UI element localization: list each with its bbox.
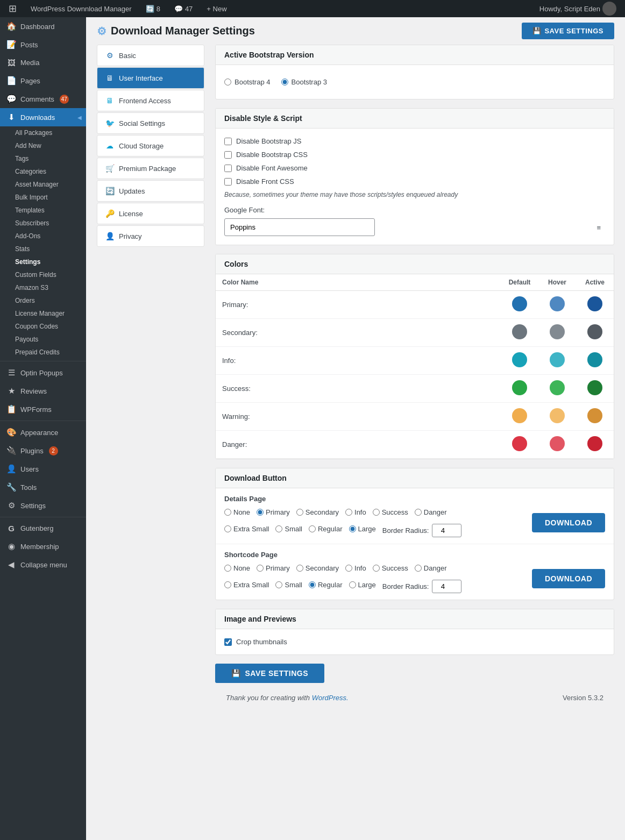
sidebar-item-users[interactable]: 👤 Users bbox=[0, 460, 86, 478]
details-primary[interactable]: Primary bbox=[257, 508, 290, 516]
sidebar-item-gutenberg[interactable]: G Gutenberg bbox=[0, 519, 86, 537]
nav-item-cloud-storage[interactable]: ☁ Cloud Storage bbox=[97, 135, 204, 156]
details-large-radio[interactable] bbox=[349, 525, 356, 532]
sidebar-item-membership[interactable]: ◉ Membership bbox=[0, 537, 86, 556]
sidebar-item-tools[interactable]: 🔧 Tools bbox=[0, 478, 86, 496]
info-active-dot[interactable] bbox=[587, 352, 602, 367]
info-hover-dot[interactable] bbox=[550, 352, 565, 367]
save-settings-button-bottom[interactable]: 💾 SAVE SETTINGS bbox=[215, 664, 324, 683]
submenu-add-ons[interactable]: Add-Ons bbox=[0, 230, 86, 243]
shortcode-large-radio[interactable] bbox=[349, 581, 356, 588]
sidebar-item-posts[interactable]: 📝 Posts bbox=[0, 35, 86, 54]
disable-bs-css-checkbox[interactable] bbox=[224, 151, 232, 159]
shortcode-border-radius-input[interactable] bbox=[432, 580, 461, 593]
secondary-default-dot[interactable] bbox=[512, 324, 527, 339]
nav-item-social-settings[interactable]: 🐦 Social Settings bbox=[97, 112, 204, 134]
sidebar-item-collapse[interactable]: ◀ Collapse menu bbox=[0, 556, 86, 574]
submenu-categories[interactable]: Categories bbox=[0, 165, 86, 178]
adminbar-wp-logo[interactable]: ⊞ bbox=[5, 0, 20, 17]
shortcode-danger-radio[interactable] bbox=[415, 565, 422, 572]
disable-font-awesome-checkbox[interactable] bbox=[224, 165, 232, 172]
disable-front-css-option[interactable]: Disable Front CSS bbox=[224, 177, 605, 186]
danger-active-dot[interactable] bbox=[587, 436, 602, 451]
shortcode-info-radio[interactable] bbox=[345, 565, 352, 572]
primary-hover-dot[interactable] bbox=[550, 296, 565, 311]
nav-item-updates[interactable]: 🔄 Updates bbox=[97, 180, 204, 202]
submenu-tags[interactable]: Tags bbox=[0, 152, 86, 165]
details-none[interactable]: None bbox=[224, 508, 250, 516]
bootstrap3-option[interactable]: Bootstrap 3 bbox=[281, 78, 328, 86]
shortcode-none[interactable]: None bbox=[224, 564, 250, 572]
disable-bs-js-option[interactable]: Disable Bootstrap JS bbox=[224, 137, 605, 145]
adminbar-new[interactable]: + New bbox=[203, 0, 230, 17]
details-secondary-radio[interactable] bbox=[296, 509, 303, 516]
submenu-bulk-import[interactable]: Bulk Import bbox=[0, 191, 86, 204]
sidebar-item-media[interactable]: 🖼 Media bbox=[0, 54, 86, 72]
font-select[interactable]: Poppins Roboto Open Sans bbox=[224, 218, 375, 236]
details-regular-radio[interactable] bbox=[309, 525, 316, 532]
sidebar-item-settings[interactable]: ⚙ Settings bbox=[0, 496, 86, 515]
nav-item-premium-package[interactable]: 🛒 Premium Package bbox=[97, 158, 204, 179]
shortcode-info[interactable]: Info bbox=[345, 564, 366, 572]
submenu-license-manager[interactable]: License Manager bbox=[0, 307, 86, 320]
details-sm-radio[interactable] bbox=[275, 525, 282, 532]
details-primary-radio[interactable] bbox=[257, 509, 264, 516]
nav-item-privacy[interactable]: 👤 Privacy bbox=[97, 225, 204, 247]
sidebar-item-reviews[interactable]: ★ Reviews bbox=[0, 382, 86, 400]
shortcode-success-radio[interactable] bbox=[373, 565, 380, 572]
submenu-settings[interactable]: Settings bbox=[0, 255, 86, 268]
details-secondary[interactable]: Secondary bbox=[296, 508, 339, 516]
shortcode-download-btn[interactable]: DOWNLOAD bbox=[532, 569, 605, 588]
details-xs-radio[interactable] bbox=[224, 525, 231, 532]
shortcode-none-radio[interactable] bbox=[224, 565, 231, 572]
crop-thumbnails-option[interactable]: Crop thumbnails bbox=[224, 638, 605, 646]
danger-hover-dot[interactable] bbox=[550, 436, 565, 451]
details-info-radio[interactable] bbox=[345, 509, 352, 516]
details-regular[interactable]: Regular bbox=[309, 525, 343, 533]
details-success-radio[interactable] bbox=[373, 509, 380, 516]
nav-item-frontend-access[interactable]: 🖥 Frontend Access bbox=[97, 90, 204, 111]
submenu-payouts[interactable]: Payouts bbox=[0, 333, 86, 346]
bootstrap4-radio[interactable] bbox=[224, 79, 231, 86]
submenu-custom-fields[interactable]: Custom Fields bbox=[0, 268, 86, 281]
submenu-orders[interactable]: Orders bbox=[0, 294, 86, 307]
adminbar-site-name[interactable]: WordPress Downnload Manager bbox=[27, 0, 135, 17]
submenu-asset-manager[interactable]: Asset Manager bbox=[0, 178, 86, 191]
details-info[interactable]: Info bbox=[345, 508, 366, 516]
shortcode-extra-small[interactable]: Extra Small bbox=[224, 581, 269, 589]
shortcode-success[interactable]: Success bbox=[373, 564, 408, 572]
danger-default-dot[interactable] bbox=[512, 436, 527, 451]
submenu-stats[interactable]: Stats bbox=[0, 243, 86, 255]
shortcode-primary[interactable]: Primary bbox=[257, 564, 290, 572]
primary-default-dot[interactable] bbox=[512, 296, 527, 311]
shortcode-primary-radio[interactable] bbox=[257, 565, 264, 572]
submenu-add-new[interactable]: Add New bbox=[0, 139, 86, 152]
success-default-dot[interactable] bbox=[512, 380, 527, 395]
sidebar-item-downloads[interactable]: ⬇ Downloads bbox=[0, 108, 86, 126]
details-danger[interactable]: Danger bbox=[415, 508, 447, 516]
shortcode-regular[interactable]: Regular bbox=[309, 581, 343, 589]
adminbar-howdy[interactable]: Howdy, Script Eden bbox=[536, 0, 620, 17]
warning-hover-dot[interactable] bbox=[550, 408, 565, 423]
info-default-dot[interactable] bbox=[512, 352, 527, 367]
warning-active-dot[interactable] bbox=[587, 408, 602, 423]
crop-thumbnails-checkbox[interactable] bbox=[224, 638, 232, 646]
bootstrap3-radio[interactable] bbox=[281, 79, 288, 86]
nav-item-basic[interactable]: ⚙ Basic bbox=[97, 45, 204, 66]
submenu-amazon-s3[interactable]: Amazon S3 bbox=[0, 281, 86, 294]
submenu-all-packages[interactable]: All Packages bbox=[0, 126, 86, 139]
shortcode-danger[interactable]: Danger bbox=[415, 564, 447, 572]
submenu-prepaid-credits[interactable]: Prepaid Credits bbox=[0, 346, 86, 359]
submenu-templates[interactable]: Templates bbox=[0, 204, 86, 217]
shortcode-regular-radio[interactable] bbox=[309, 581, 316, 588]
details-none-radio[interactable] bbox=[224, 509, 231, 516]
secondary-hover-dot[interactable] bbox=[550, 324, 565, 339]
shortcode-small[interactable]: Small bbox=[275, 581, 302, 589]
details-small[interactable]: Small bbox=[275, 525, 302, 533]
sidebar-item-optin-popups[interactable]: ☰ Optin Popups bbox=[0, 364, 86, 382]
details-large[interactable]: Large bbox=[349, 525, 376, 533]
footer-wp-link[interactable]: WordPress. bbox=[312, 694, 349, 702]
nav-item-user-interface[interactable]: 🖥 User Interface bbox=[97, 67, 204, 89]
disable-front-css-checkbox[interactable] bbox=[224, 178, 232, 186]
sidebar-item-pages[interactable]: 📄 Pages bbox=[0, 72, 86, 90]
